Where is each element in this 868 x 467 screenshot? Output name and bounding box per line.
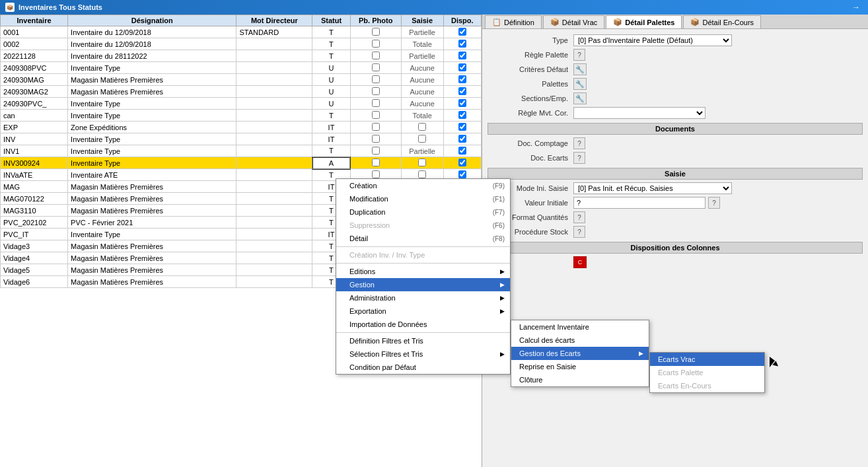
palettes-btn[interactable]: 🔧 [573,78,587,90]
menu-gestion[interactable]: Gestion [336,278,510,291]
table-cell-dispo[interactable] [443,50,481,62]
table-cell-dispo[interactable] [443,26,481,38]
table-cell-dispo[interactable] [443,157,481,169]
table-cell-pb[interactable] [350,26,401,38]
table-cell-pb[interactable] [350,145,401,157]
table-cell-dispo[interactable] [443,38,481,50]
col-header-dispo[interactable]: Dispo. [443,15,481,26]
tab-detail-vrac[interactable]: 📦 Détail Vrac [543,15,604,28]
table-cell-pb[interactable] [350,122,401,133]
table-row[interactable]: 240930MAG2Magasin Matières PremièresUAuc… [1,86,482,98]
menu-importation[interactable]: Importation de Données [336,318,510,331]
table-cell-dispo[interactable] [443,86,481,98]
table-cell-saisie[interactable]: Aucune [401,62,443,74]
submenu-gestion-ecarts[interactable]: Gestion des Ecarts [511,347,649,360]
table-cell-dispo[interactable] [443,122,481,133]
menu-selection-filtres[interactable]: Sélection Filtres et Tris [336,347,510,361]
menu-modification[interactable]: Modification (F1) [336,192,510,205]
menu-administration[interactable]: Administration [336,291,510,305]
table-row[interactable]: 240930PVC_Inventaire TypeUAucune [1,98,482,110]
menu-condition-defaut[interactable]: Condition par Défaut [336,361,510,374]
table-cell-mot [236,181,312,193]
sections-emp-btn[interactable]: 🔧 [573,92,587,104]
table-cell-saisie[interactable]: Aucune [401,74,443,86]
table-cell-pb[interactable] [350,110,401,122]
regle-palette-help[interactable]: ? [573,49,585,61]
table-row[interactable]: INV1Inventaire TypeTPartielle [1,145,482,157]
table-row[interactable]: INV300924Inventaire TypeA [1,157,482,169]
menu-duplication[interactable]: Duplication (F7) [336,205,510,219]
close-btn[interactable]: → [850,3,863,12]
doc-comptage-help[interactable]: ? [573,137,585,149]
procedure-stock-help[interactable]: ? [573,226,585,238]
col-header-saisie[interactable]: Saisie [401,15,443,26]
table-cell-saisie[interactable]: Partielle [401,50,443,62]
submenu-reprise[interactable]: Reprise en Saisie [511,360,649,373]
table-row[interactable]: 20221128Inventaire du 28112022TPartielle [1,50,482,62]
table-cell-inventaire: 0002 [1,38,68,50]
menu-creation[interactable]: Création (F9) [336,179,510,192]
table-cell-saisie[interactable]: Partielle [401,145,443,157]
table-row[interactable]: INVInventaire TypeIT [1,133,482,145]
table-cell-pb[interactable] [350,62,401,74]
submenu-cloture[interactable]: Clôture [511,373,649,386]
format-qte-help[interactable]: ? [573,211,585,223]
menu-detail[interactable]: Détail (F8) [336,232,510,245]
table-cell-dispo[interactable] [443,98,481,110]
table-cell-dispo[interactable] [443,62,481,74]
tab-detail-palettes[interactable]: 📦 Détail Palettes [606,15,682,28]
table-cell-dispo[interactable] [443,133,481,145]
submenu-lancement[interactable]: Lancement Inventaire [511,320,649,334]
table-cell-dispo[interactable] [443,74,481,86]
table-cell-saisie[interactable]: Totale [401,38,443,50]
table-row[interactable]: canInventaire TypeTTotale [1,110,482,122]
tab-detail-en-cours[interactable]: 📦 Détail En-Cours [683,15,761,28]
valeur-initiale-input[interactable] [573,197,705,209]
disposition-btn[interactable]: C [573,256,587,268]
mode-ini-select[interactable]: [0] Pas Init. et Récup. Saisies [573,182,732,194]
menu-definition-filtres[interactable]: Définition Filtres et Tris [336,334,510,347]
table-cell-pb[interactable] [350,50,401,62]
table-cell-dispo[interactable] [443,110,481,122]
table-cell-saisie[interactable]: Partielle [401,26,443,38]
submenu-calcul[interactable]: Calcul des écarts [511,334,649,347]
col-header-pb[interactable]: Pb. Photo [350,15,401,26]
submenu-ecarts-vrac[interactable]: Ecarts Vrac [650,353,764,366]
col-header-mot[interactable]: Mot Directeur [236,15,312,26]
table-cell-pb[interactable] [350,98,401,110]
table-cell-pb[interactable] [350,133,401,145]
table-cell-saisie[interactable] [401,157,443,169]
table-cell-statut: T [312,50,350,62]
col-header-inventaire[interactable]: Inventaire [1,15,68,26]
table-cell-pb[interactable] [350,38,401,50]
table-cell-pb[interactable] [350,74,401,86]
table-row[interactable]: 2409308PVCInventaire TypeUAucune [1,62,482,74]
table-cell-saisie[interactable]: Aucune [401,86,443,98]
table-row[interactable]: EXPZone ExpéditionsIT [1,122,482,133]
table-row[interactable]: 240930MAGMagasin Matières PremièresUAucu… [1,74,482,86]
table-cell-inventaire: MAG3110 [1,205,68,217]
right-panel: 📋 Définition 📦 Détail Vrac 📦 Détail Pale… [482,15,868,467]
table-cell-saisie[interactable] [401,133,443,145]
table-row[interactable]: 0001Inventaire du 12/09/2018STANDARDTPar… [1,26,482,38]
type-select[interactable]: [0] Pas d'Inventaire Palette (Défaut) [573,34,732,46]
table-row[interactable]: 0002Inventaire du 12/09/2018TTotale [1,38,482,50]
valeur-initiale-help[interactable]: ? [708,197,720,209]
regle-mvt-select[interactable] [573,107,705,119]
col-header-designation[interactable]: Désignation [68,15,236,26]
tab-definition[interactable]: 📋 Définition [485,15,542,28]
criteres-defaut-btn[interactable]: 🔧 [573,63,587,75]
menu-exportation[interactable]: Exportation [336,305,510,318]
menu-editions[interactable]: Editions [336,265,510,278]
table-cell-dispo[interactable] [443,145,481,157]
table-cell-designation: Zone Expéditions [68,122,236,133]
table-cell-saisie[interactable] [401,122,443,133]
table-cell-saisie[interactable]: Aucune [401,98,443,110]
table-cell-pb[interactable] [350,86,401,98]
col-header-statut[interactable]: Statut [312,15,350,26]
table-cell-mot [236,193,312,205]
table-cell-pb[interactable] [350,157,401,169]
doc-ecarts-help[interactable]: ? [573,152,585,164]
doc-comptage-label: Doc. Comptage [488,139,573,147]
table-cell-saisie[interactable]: Totale [401,110,443,122]
